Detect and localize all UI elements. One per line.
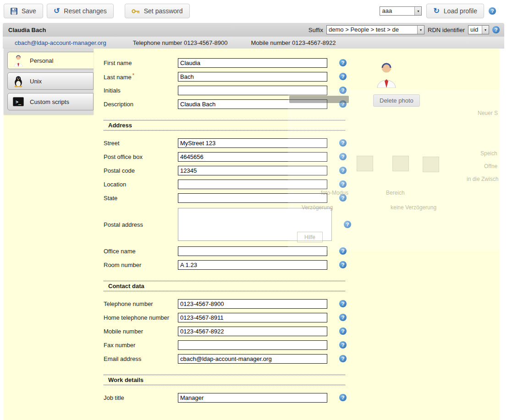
- field-input-initials[interactable]: [178, 86, 327, 95]
- field-input-location[interactable]: [178, 180, 327, 189]
- required-marker: *: [132, 72, 134, 78]
- rdn-identifier-select[interactable]: uid ▼: [468, 25, 489, 34]
- account-header-row2: cbach@ldap-account-manager.org Telephone…: [3, 37, 504, 49]
- tab-custom-scripts[interactable]: >_ Custom scripts: [7, 93, 94, 110]
- field-input-telephone-number[interactable]: [178, 299, 327, 309]
- help-icon[interactable]: ?: [339, 261, 347, 268]
- person-icon: [12, 54, 24, 67]
- tab-personal[interactable]: Personal: [7, 52, 94, 69]
- form-row: Email address?: [104, 352, 500, 365]
- suffix-label: Suffix: [309, 27, 323, 33]
- page-title: Claudia Bach: [8, 27, 46, 33]
- tab-unix-label: Unix: [30, 78, 42, 85]
- tab-custom-scripts-label: Custom scripts: [30, 98, 69, 105]
- form-row: Postal address?: [104, 205, 500, 244]
- help-icon[interactable]: ?: [339, 153, 347, 160]
- field-input-postal-code[interactable]: [178, 166, 327, 175]
- field-input-home-telephone-number[interactable]: [178, 313, 327, 322]
- email-link[interactable]: cbach@ldap-account-manager.org: [15, 39, 106, 46]
- tab-unix[interactable]: Unix: [7, 72, 94, 90]
- field-label-room-number: Room number: [104, 262, 178, 268]
- form-row: Location?: [104, 177, 500, 191]
- help-icon[interactable]: ?: [339, 314, 347, 321]
- form-row: Telephone number?: [104, 297, 500, 311]
- help-icon[interactable]: ?: [339, 87, 347, 94]
- main-area: Personal Unix: [4, 49, 500, 420]
- help-icon[interactable]: ?: [492, 26, 500, 33]
- help-icon[interactable]: ?: [339, 167, 347, 174]
- terminal-icon: >_: [12, 97, 24, 106]
- load-profile-label: Load profile: [444, 7, 477, 15]
- help-icon[interactable]: ?: [339, 300, 347, 307]
- field-input-post-office-box[interactable]: [178, 152, 327, 162]
- field-label-location: Location: [104, 181, 178, 188]
- help-icon[interactable]: ?: [339, 180, 347, 188]
- field-input-job-title[interactable]: [178, 393, 327, 403]
- help-icon[interactable]: ?: [339, 355, 347, 362]
- field-input-postal-address[interactable]: [178, 208, 332, 241]
- form-row: Job title?: [104, 391, 500, 404]
- field-input-office-name[interactable]: [178, 246, 327, 256]
- form-row: Last name*?: [104, 70, 500, 83]
- tab-personal-label: Personal: [30, 57, 53, 64]
- delete-photo-button[interactable]: Delete photo: [373, 94, 420, 107]
- field-label-initials: Initials: [104, 87, 178, 94]
- field-label-job-title: Job title: [104, 394, 178, 401]
- help-icon[interactable]: ?: [339, 327, 347, 335]
- sidebar: Personal Unix: [4, 49, 94, 420]
- set-password-label: Set password: [144, 7, 183, 15]
- field-input-email-address[interactable]: [178, 354, 327, 364]
- save-button[interactable]: Save: [4, 4, 43, 18]
- form-row: Home telephone number?: [104, 311, 500, 324]
- field-input-street[interactable]: [178, 138, 327, 148]
- form-row: Street?: [104, 136, 500, 150]
- help-icon[interactable]: ?: [339, 59, 347, 66]
- field-input-description[interactable]: [178, 99, 327, 109]
- account-header: Claudia Bach Suffix demo > People > test…: [3, 23, 504, 49]
- field-label-mobile-number: Mobile number: [104, 328, 178, 335]
- field-label-postal-code: Postal code: [104, 167, 178, 174]
- field-label-fax-number: Fax number: [104, 342, 178, 349]
- toolbar: Save ↺ Reset changes Set password aaa ▼ …: [0, 0, 507, 22]
- help-icon[interactable]: ?: [339, 73, 347, 80]
- help-icon[interactable]: ?: [339, 100, 347, 108]
- toolbar-right: aaa ▼ ↻ Load profile ?: [380, 4, 496, 18]
- field-label-postal-address: Postal address: [104, 221, 178, 228]
- field-label-description: Description: [104, 101, 178, 108]
- field-input-mobile-number[interactable]: [178, 327, 327, 336]
- form-row: Room number?: [104, 258, 500, 272]
- suffix-select[interactable]: demo > People > test > de ▼: [326, 25, 424, 34]
- form-row: Mobile number?: [104, 324, 500, 338]
- field-input-fax-number[interactable]: [178, 340, 327, 350]
- help-icon[interactable]: ?: [339, 194, 347, 202]
- help-icon[interactable]: ?: [339, 139, 347, 147]
- field-label-state: State: [104, 195, 178, 202]
- key-icon: [132, 9, 140, 14]
- chevron-down-icon: ▼: [417, 26, 424, 34]
- help-icon[interactable]: ?: [339, 394, 347, 401]
- field-input-last-name[interactable]: [178, 72, 327, 82]
- field-label-office-name: Office name: [104, 248, 178, 255]
- field-input-room-number[interactable]: [178, 260, 327, 270]
- field-input-first-name[interactable]: [178, 58, 327, 68]
- help-icon[interactable]: ?: [489, 7, 496, 15]
- reset-changes-button[interactable]: ↺ Reset changes: [47, 4, 114, 18]
- save-button-label: Save: [22, 7, 36, 15]
- help-icon[interactable]: ?: [339, 247, 347, 255]
- basic-rows: First name?Last name*?Initials?Descripti…: [104, 56, 500, 111]
- help-icon[interactable]: ?: [339, 341, 347, 349]
- tux-icon: [12, 75, 24, 87]
- form-row: Fax number?: [104, 338, 500, 352]
- section-title-contact-data: Contact data: [104, 281, 345, 291]
- set-password-button[interactable]: Set password: [125, 4, 190, 18]
- form-row: Post office box?: [104, 150, 500, 164]
- account-header-controls: Suffix demo > People > test > de ▼ RDN i…: [309, 25, 500, 34]
- reset-changes-label: Reset changes: [64, 7, 106, 15]
- reset-icon: ↺: [54, 8, 60, 14]
- field-input-state[interactable]: [178, 193, 327, 203]
- form-row: Office name?: [104, 244, 500, 258]
- suffix-select-value: demo > People > test > de: [327, 26, 417, 34]
- profile-select[interactable]: aaa ▼: [380, 6, 422, 16]
- load-profile-button[interactable]: ↻ Load profile: [426, 4, 484, 18]
- help-icon[interactable]: ?: [344, 221, 351, 228]
